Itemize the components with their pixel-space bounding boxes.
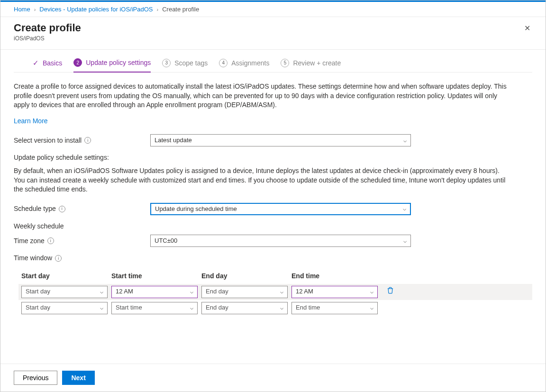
end-time-select[interactable]: End time ⌵ xyxy=(291,302,378,314)
close-icon[interactable]: ✕ xyxy=(522,22,532,35)
step-label: Basics xyxy=(43,59,62,67)
wizard-steps: ✓ Basics 2 Update policy settings 3 Scop… xyxy=(14,50,532,73)
chevron-right-icon: › xyxy=(157,7,159,12)
col-end-time: End time xyxy=(291,272,382,281)
step-review-create[interactable]: 5 Review + create xyxy=(281,59,341,72)
start-time-select[interactable]: 12 AM ⌵ xyxy=(111,286,198,298)
breadcrumb-current: Create profile xyxy=(162,6,199,13)
page-subtitle: iOS/iPadOS xyxy=(14,35,81,42)
breadcrumb: Home › Devices - Update policies for iOS… xyxy=(0,2,546,17)
chevron-down-icon: ⌵ xyxy=(190,288,193,296)
chevron-down-icon: ⌵ xyxy=(370,288,373,296)
start-day-select[interactable]: Start day ⌵ xyxy=(21,302,108,314)
step-badge: 2 xyxy=(73,58,82,67)
step-label: Update policy settings xyxy=(86,59,151,66)
previous-button[interactable]: Previous xyxy=(14,371,57,385)
breadcrumb-home[interactable]: Home xyxy=(14,6,30,13)
select-value: End day xyxy=(206,303,228,312)
delete-row-button[interactable] xyxy=(382,286,399,297)
schedule-desc: By default, when an iOS/iPadOS Software … xyxy=(14,166,507,194)
select-value: UTC±00 xyxy=(155,237,177,245)
select-value: Latest update xyxy=(155,136,192,145)
weekly-schedule-title: Weekly schedule xyxy=(14,222,532,231)
step-label: Review + create xyxy=(293,59,341,67)
start-time-select[interactable]: Start time ⌵ xyxy=(111,302,198,314)
chevron-down-icon: ⌵ xyxy=(280,304,283,312)
info-icon[interactable]: i xyxy=(47,237,54,244)
table-row: Start day ⌵ Start time ⌵ End day ⌵ End t… xyxy=(18,300,532,316)
step-badge: 4 xyxy=(219,59,228,67)
schedule-settings-title: Update policy schedule settings: xyxy=(14,153,532,163)
step-label: Scope tags xyxy=(174,59,208,67)
chevron-down-icon: ⌵ xyxy=(100,288,103,296)
select-value: Start time xyxy=(116,303,142,312)
start-day-select[interactable]: Start day ⌵ xyxy=(21,286,108,298)
step-label: Assignments xyxy=(231,59,269,67)
page-title: Create profile xyxy=(14,22,81,34)
chevron-down-icon: ⌵ xyxy=(403,137,407,145)
next-button[interactable]: Next xyxy=(62,371,94,385)
step-update-policy-settings[interactable]: 2 Update policy settings xyxy=(73,58,151,73)
col-end-day: End day xyxy=(201,272,291,281)
time-window-table: Start day Start time End day End time St… xyxy=(18,272,532,316)
chevron-down-icon: ⌵ xyxy=(403,237,407,245)
timezone-select[interactable]: UTC±00 ⌵ xyxy=(150,235,411,247)
select-value: Start day xyxy=(26,303,50,312)
info-icon[interactable]: i xyxy=(55,255,62,262)
chevron-down-icon: ⌵ xyxy=(280,288,283,296)
schedule-type-label: Schedule type xyxy=(14,204,56,214)
step-badge: 5 xyxy=(281,59,289,67)
step-badge: 3 xyxy=(162,59,171,67)
version-label: Select version to install xyxy=(14,136,82,146)
select-value: Start day xyxy=(26,287,50,296)
end-time-select[interactable]: 12 AM ⌵ xyxy=(291,286,378,298)
step-scope-tags[interactable]: 3 Scope tags xyxy=(162,59,208,72)
select-value: 12 AM xyxy=(296,287,313,296)
chevron-down-icon: ⌵ xyxy=(100,304,103,312)
schedule-type-select[interactable]: Update during scheduled time ⌵ xyxy=(150,203,411,215)
select-value: Update during scheduled time xyxy=(155,205,237,213)
learn-more-link[interactable]: Learn More xyxy=(14,117,48,125)
chevron-down-icon: ⌵ xyxy=(403,205,406,213)
col-start-day: Start day xyxy=(21,272,111,281)
chevron-down-icon: ⌵ xyxy=(370,304,373,312)
info-icon[interactable]: i xyxy=(84,137,91,144)
chevron-down-icon: ⌵ xyxy=(190,304,193,312)
select-value: 12 AM xyxy=(116,287,133,296)
intro-text: Create a profile to force assigned devic… xyxy=(14,82,507,110)
breadcrumb-devices[interactable]: Devices - Update policies for iOS/iPadOS xyxy=(39,6,153,13)
end-day-select[interactable]: End day ⌵ xyxy=(201,302,288,314)
info-icon[interactable]: i xyxy=(59,206,65,212)
table-row: Start day ⌵ 12 AM ⌵ End day ⌵ 12 AM ⌵ xyxy=(18,284,532,300)
time-window-label: Time window xyxy=(14,254,52,263)
select-value: End time xyxy=(296,303,320,312)
col-start-time: Start time xyxy=(111,272,201,281)
chevron-right-icon: › xyxy=(34,7,36,12)
check-icon: ✓ xyxy=(33,59,39,67)
step-basics[interactable]: ✓ Basics xyxy=(33,59,62,72)
select-value: End day xyxy=(206,287,228,296)
version-select[interactable]: Latest update ⌵ xyxy=(150,134,411,146)
timezone-label: Time zone xyxy=(14,237,45,246)
step-assignments[interactable]: 4 Assignments xyxy=(219,59,269,72)
end-day-select[interactable]: End day ⌵ xyxy=(201,286,288,298)
